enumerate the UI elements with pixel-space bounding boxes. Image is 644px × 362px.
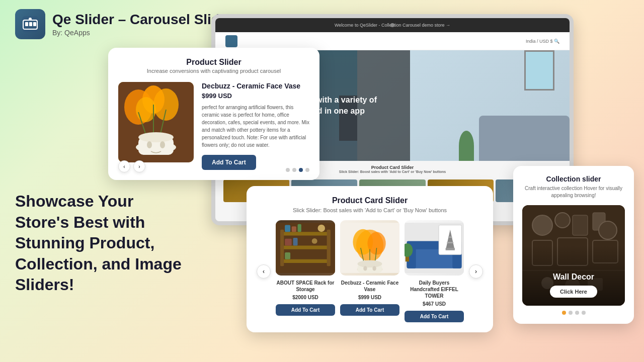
svg-rect-60: [573, 215, 588, 235]
dot-2[interactable]: [292, 168, 296, 172]
pcs-title: Product Card Slider: [257, 196, 483, 205]
product-slider-subtitle: Increase conversions with captivating pr…: [118, 68, 309, 74]
pcs-product-price-2: $999 USD: [340, 295, 399, 300]
dot-4[interactable]: [305, 168, 309, 172]
svg-point-9: [153, 88, 179, 121]
svg-rect-28: [285, 239, 292, 246]
product-image-container: ‹ ›: [118, 82, 194, 162]
product-slider-card: Product Slider Increase conversions with…: [108, 48, 319, 180]
svg-point-2: [29, 18, 32, 21]
collection-slider-dots: [522, 311, 625, 315]
cs-dot-2[interactable]: [569, 311, 573, 315]
cs-dot-3[interactable]: [575, 311, 579, 315]
svg-point-36: [367, 232, 385, 254]
svg-rect-27: [298, 224, 301, 232]
product-price: $999 USD: [202, 92, 309, 100]
app-info: Qe Slider – Carousel Slider By: QeApps: [52, 12, 233, 37]
app-subtitle: By: QeApps: [52, 29, 233, 37]
app-icon: [15, 9, 45, 39]
pcs-product-img-3: [405, 220, 464, 276]
product-description: perfect for arranging artificial flowers…: [202, 104, 309, 149]
svg-rect-53: [447, 242, 453, 243]
slider-next-button[interactable]: ›: [133, 160, 145, 172]
pcs-product-name-3: Daily Buyers Handcrafted EIFFEL TOWER: [405, 280, 464, 299]
laptop-camera: [390, 23, 394, 27]
laptop-nav-right: India / USD $ 🔍: [526, 39, 559, 44]
pcs-product-price-3: $467 USD: [405, 301, 464, 307]
dot-1[interactable]: [286, 168, 290, 172]
pcs-product-price-1: $2000 USD: [276, 295, 335, 300]
svg-rect-23: [280, 230, 284, 266]
hero-text: Showcase Your Store's Best with Stunning…: [15, 191, 191, 296]
svg-point-18: [160, 141, 165, 148]
collection-slider: Collection slider Craft interactive coll…: [513, 166, 634, 324]
product-slider-content: ‹ › Decbuzz - Ceramic Face Vase $999 USD…: [118, 82, 309, 170]
pcs-product-name-1: ABOUT SPACE Rack for Storage: [276, 280, 335, 293]
pcs-product-img-1: [276, 220, 335, 276]
dot-3-active[interactable]: [299, 168, 303, 172]
svg-point-44: [372, 266, 376, 270]
svg-point-62: [599, 221, 617, 239]
product-info: Decbuzz - Ceramic Face Vase $999 USD per…: [202, 82, 309, 170]
pcs-product-item-1: ABOUT SPACE Rack for Storage $2000 USD A…: [276, 220, 335, 322]
add-to-cart-button[interactable]: Add To Cart: [202, 155, 256, 170]
slider-prev-button[interactable]: ‹: [118, 160, 130, 172]
svg-point-58: [532, 215, 552, 235]
svg-rect-25: [285, 225, 290, 232]
pcs-product-item-2: Decbuzz - Ceramic Face Vase $999 USD Add…: [340, 220, 399, 322]
svg-point-32: [312, 238, 317, 244]
svg-point-16: [138, 132, 174, 142]
pcs-product-name-2: Decbuzz - Ceramic Face Vase: [340, 280, 399, 293]
pcs-add-btn-3[interactable]: Add To Cart: [405, 311, 464, 322]
pcs-subtitle: Slick Slider: Boost sales with 'Add to C…: [257, 207, 483, 213]
pcs-product-img-2: [340, 220, 399, 276]
svg-rect-54: [446, 248, 455, 250]
collection-product-label: Wall Decor: [553, 273, 594, 282]
svg-rect-52: [448, 236, 452, 238]
laptop-logo: [225, 35, 237, 47]
svg-rect-21: [280, 245, 331, 249]
slider-dots: [286, 168, 309, 172]
svg-rect-4: [29, 22, 32, 26]
app-title: Qe Slider – Carousel Slider: [52, 12, 233, 28]
svg-rect-22: [280, 259, 331, 263]
collection-click-here-button[interactable]: Click Here: [550, 286, 597, 298]
pcs-prev-button[interactable]: ‹: [257, 264, 271, 279]
svg-rect-5: [33, 22, 36, 26]
svg-point-17: [147, 141, 152, 148]
product-slider-title: Product Slider: [118, 58, 309, 67]
pcs-add-btn-2[interactable]: Add To Cart: [340, 304, 399, 316]
svg-point-59: [555, 213, 570, 228]
collection-overlay: Wall Decor Click Here: [522, 245, 625, 306]
pcs-product-item-3: Daily Buyers Handcrafted EIFFEL TOWER $4…: [405, 220, 464, 322]
pcs-next-button[interactable]: ›: [469, 264, 483, 279]
product-name: Decbuzz - Ceramic Face Vase: [202, 82, 309, 90]
cs-dot-4[interactable]: [582, 311, 586, 315]
svg-rect-29: [293, 238, 297, 245]
pcs-products: ‹: [257, 220, 483, 322]
collection-slider-subtitle: Craft interactive collection Hover for v…: [522, 185, 625, 199]
svg-rect-20: [280, 232, 331, 235]
product-card-slider: Product Card Slider Slick Slider: Boost …: [247, 186, 493, 332]
svg-rect-3: [25, 22, 28, 26]
collection-slider-title: Collection slider: [522, 175, 625, 183]
pcs-product-list: ABOUT SPACE Rack for Storage $2000 USD A…: [276, 220, 464, 322]
svg-rect-24: [327, 230, 331, 266]
pcs-add-btn-1[interactable]: Add To Cart: [276, 304, 335, 316]
svg-rect-26: [292, 226, 296, 232]
svg-rect-30: [285, 252, 290, 259]
cs-dot-1[interactable]: [562, 311, 566, 315]
svg-point-42: [357, 260, 382, 268]
collection-slider-image: Wall Decor Click Here: [522, 205, 625, 306]
svg-point-43: [363, 266, 367, 270]
svg-point-31: [318, 225, 326, 232]
product-image: [118, 82, 194, 162]
